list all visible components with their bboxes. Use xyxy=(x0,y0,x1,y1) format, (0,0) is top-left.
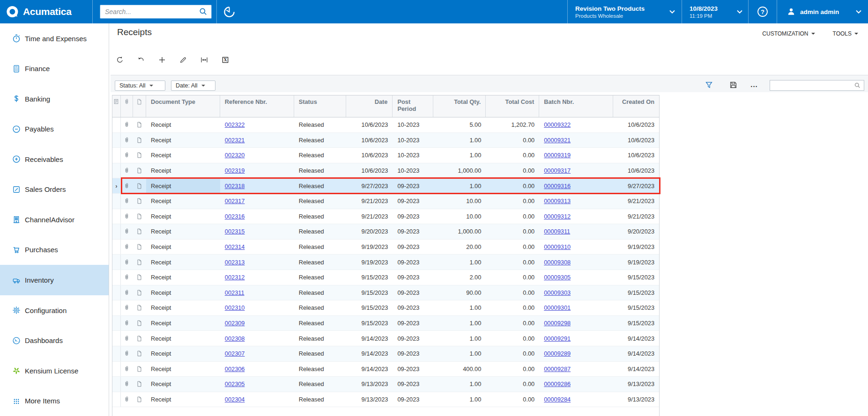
table-row[interactable]: › Receipt 002308 Released 9/14/2023 09-2… xyxy=(112,331,659,346)
batch-nbr-link[interactable]: 00009312 xyxy=(544,213,571,220)
row-selector-cell[interactable]: › xyxy=(112,224,121,239)
column-header-total-cost[interactable]: Total Cost xyxy=(486,95,539,117)
notes-cell[interactable] xyxy=(133,121,146,128)
grid-search[interactable] xyxy=(770,80,864,91)
row-selector-cell[interactable]: › xyxy=(112,240,121,255)
batch-nbr-link[interactable]: 00009313 xyxy=(544,197,571,204)
reference-nbr-link[interactable]: 002320 xyxy=(225,152,245,159)
row-selector-cell[interactable]: › xyxy=(112,300,121,315)
notes-cell[interactable] xyxy=(133,289,146,296)
notes-cell[interactable] xyxy=(133,228,146,235)
sidebar-item-receivables[interactable]: Receivables xyxy=(0,144,109,175)
sidebar-item-sales-orders[interactable]: Sales Orders xyxy=(0,175,109,205)
help-button[interactable] xyxy=(748,0,777,23)
column-header-batch-nbr[interactable]: Batch Nbr. xyxy=(539,95,613,117)
user-menu[interactable]: admin admin xyxy=(777,0,868,23)
attachment-cell[interactable] xyxy=(121,182,133,190)
notes-cell[interactable] xyxy=(133,380,146,387)
notes-cell[interactable] xyxy=(133,182,146,190)
table-row[interactable]: › Receipt 002305 Released 9/13/2023 09-2… xyxy=(112,377,659,392)
notes-cell[interactable] xyxy=(133,365,146,372)
batch-nbr-link[interactable]: 00009305 xyxy=(544,274,571,281)
column-header-post-period[interactable]: Post Period xyxy=(393,95,433,117)
reference-nbr-link[interactable]: 002311 xyxy=(225,289,245,296)
notes-cell[interactable] xyxy=(133,243,146,250)
edit-button[interactable] xyxy=(179,56,187,64)
sidebar-item-purchases[interactable]: Purchases xyxy=(0,235,109,265)
export-excel-button[interactable] xyxy=(221,56,230,64)
column-header-reference-nbr[interactable]: Reference Nbr. xyxy=(220,95,294,117)
search-icon[interactable] xyxy=(199,7,208,16)
sidebar-item-more-items[interactable]: More Items xyxy=(0,386,109,416)
table-row[interactable]: › Receipt 002309 Released 9/15/2023 09-2… xyxy=(112,316,659,331)
table-row[interactable]: › Receipt 002304 Released 9/13/2023 09-2… xyxy=(112,392,659,408)
table-row[interactable]: › Receipt 002315 Released 9/20/2023 09-2… xyxy=(112,224,659,240)
brand-logo[interactable]: Acumatica xyxy=(0,0,92,23)
sidebar-item-channeladvisor[interactable]: ChannelAdvisor xyxy=(0,204,109,235)
table-row[interactable]: › Receipt 002320 Released 10/6/2023 10-2… xyxy=(112,148,659,163)
notes-cell[interactable] xyxy=(133,152,146,159)
notes-cell[interactable] xyxy=(133,396,146,403)
reference-nbr-link[interactable]: 002305 xyxy=(225,380,245,387)
date-selector[interactable]: 10/8/2023 11:19 PM xyxy=(682,0,748,23)
table-row[interactable]: › Receipt 002311 Released 9/15/2023 09-2… xyxy=(112,285,659,301)
table-row[interactable]: › Receipt 002310 Released 9/15/2023 09-2… xyxy=(112,300,659,316)
sidebar-item-kensium-license[interactable]: Kensium License xyxy=(0,356,109,386)
table-row[interactable]: › Receipt 002317 Released 9/21/2023 09-2… xyxy=(112,194,659,209)
reference-nbr-link[interactable]: 002312 xyxy=(225,274,245,281)
row-selector-cell[interactable]: › xyxy=(112,331,121,346)
more-options-button[interactable]: ... xyxy=(749,80,759,89)
column-header-document-type[interactable]: Document Type xyxy=(146,95,220,117)
attachment-cell[interactable] xyxy=(121,350,133,357)
attachment-cell[interactable] xyxy=(121,304,133,311)
column-header-date[interactable]: Date xyxy=(346,95,393,117)
reference-nbr-link[interactable]: 002321 xyxy=(225,137,245,144)
attachment-cell[interactable] xyxy=(121,274,133,281)
row-selector-cell[interactable]: › xyxy=(112,133,121,148)
attachment-cell[interactable] xyxy=(121,167,133,174)
refresh-button[interactable] xyxy=(116,56,124,64)
fit-width-button[interactable] xyxy=(200,56,208,64)
reference-nbr-link[interactable]: 002317 xyxy=(225,197,245,204)
row-expand-chevron[interactable]: › xyxy=(115,182,117,190)
notes-cell[interactable] xyxy=(133,197,146,204)
reference-nbr-link[interactable]: 002304 xyxy=(225,396,245,403)
attachment-cell[interactable] xyxy=(121,289,133,296)
sidebar-item-configuration[interactable]: Configuration xyxy=(0,295,109,326)
date-filter-dropdown[interactable]: Date: All xyxy=(171,80,215,91)
batch-nbr-link[interactable]: 00009289 xyxy=(544,350,571,357)
attachment-cell[interactable] xyxy=(121,137,133,144)
batch-nbr-link[interactable]: 00009310 xyxy=(544,243,571,250)
global-search-input[interactable] xyxy=(100,8,199,15)
reference-nbr-link[interactable]: 002306 xyxy=(225,365,245,372)
row-selector-cell[interactable]: › xyxy=(112,255,121,270)
attachment-cell[interactable] xyxy=(121,243,133,250)
row-selector-cell[interactable]: › xyxy=(112,285,121,300)
attachment-cell[interactable] xyxy=(121,152,133,159)
table-row[interactable]: › Receipt 002307 Released 9/14/2023 09-2… xyxy=(112,346,659,362)
reference-nbr-link[interactable]: 002319 xyxy=(225,167,245,174)
column-header-total-qty[interactable]: Total Qty. xyxy=(433,95,486,117)
table-row[interactable]: › Receipt 002313 Released 9/19/2023 09-2… xyxy=(112,255,659,270)
attachment-cell[interactable] xyxy=(121,335,133,342)
sidebar-item-dashboards[interactable]: Dashboards xyxy=(0,325,109,356)
tools-menu[interactable]: TOOLS xyxy=(833,30,858,37)
attachment-cell[interactable] xyxy=(121,396,133,403)
table-row[interactable]: › Receipt 002322 Released 10/6/2023 10-2… xyxy=(112,117,659,133)
notes-cell[interactable] xyxy=(133,274,146,281)
row-selector-cell[interactable]: › xyxy=(112,117,121,132)
customization-menu[interactable]: CUSTOMIZATION xyxy=(762,30,815,37)
row-selector-cell[interactable]: › xyxy=(112,163,121,178)
table-row[interactable]: › Receipt 002316 Released 9/21/2023 09-2… xyxy=(112,209,659,225)
reference-nbr-link[interactable]: 002309 xyxy=(225,320,245,327)
row-selector-cell[interactable]: › xyxy=(112,178,121,193)
notes-cell[interactable] xyxy=(133,137,146,144)
reference-nbr-link[interactable]: 002313 xyxy=(225,259,245,266)
notes-cell[interactable] xyxy=(133,335,146,342)
batch-nbr-link[interactable]: 00009311 xyxy=(544,228,570,235)
reference-nbr-link[interactable]: 002308 xyxy=(225,335,245,342)
grid-search-input[interactable] xyxy=(770,82,854,89)
sidebar-item-finance[interactable]: Finance xyxy=(0,54,109,84)
files-column-header[interactable] xyxy=(121,95,133,117)
business-date-button[interactable] xyxy=(216,0,241,23)
